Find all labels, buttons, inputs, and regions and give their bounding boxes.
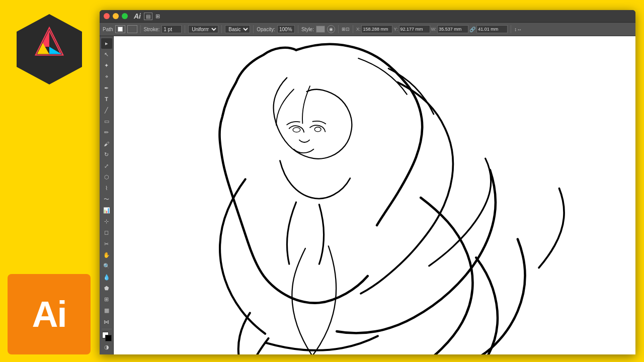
ai-title-icon: Ai	[134, 12, 141, 20]
color-wheel-btn[interactable]: ◉	[327, 25, 335, 33]
w-value-input[interactable]	[437, 25, 468, 33]
sep4	[253, 25, 254, 33]
style-dropdown[interactable]: Basic	[225, 25, 250, 33]
ai-logo-badge: Ai	[8, 274, 91, 354]
y-label: Y:	[393, 27, 397, 32]
lasso-tool[interactable]: ⌖	[101, 71, 112, 82]
sep2	[185, 25, 185, 33]
eyedropper-tool[interactable]: 💧	[101, 272, 112, 283]
svg-point-6	[293, 128, 300, 132]
document-icon: ▤	[144, 13, 152, 20]
grid-icon: ⊞⊡	[342, 27, 350, 32]
ai-logo-text: Ai	[32, 294, 66, 335]
color-mode-btn[interactable]: ◑	[101, 342, 112, 352]
tool-panel: ▸ ↖ ✦ ⌖ ✒ T ╱ ▭ ✏ 🖌 ↻ ⤢ ⬡ ⌇	[100, 36, 114, 354]
sep3	[221, 25, 222, 33]
mesh-tool[interactable]: ⊞	[101, 294, 112, 305]
rotate-tool[interactable]: ↻	[101, 149, 112, 160]
eraser-tool[interactable]: ◻	[101, 227, 112, 238]
scale-tool[interactable]: ⤢	[101, 161, 112, 171]
zoom-tool[interactable]: 🔍	[101, 261, 112, 272]
fill-stroke-indicator[interactable]	[101, 331, 112, 341]
selection-tool[interactable]: ▸	[101, 38, 112, 49]
arrange-icon: ⊞	[155, 13, 160, 20]
main-area: ▸ ↖ ✦ ⌖ ✒ T ╱ ▭ ✏ 🖌 ↻ ⤢ ⬡ ⌇	[100, 36, 635, 354]
opacity-label: Opacity:	[257, 27, 275, 32]
title-bar: Ai ▤ ⊞	[100, 10, 635, 22]
canvas-area	[114, 36, 635, 354]
sep5	[298, 25, 298, 33]
opacity-input[interactable]	[277, 25, 295, 33]
link-icon[interactable]: 🔗	[469, 27, 475, 32]
close-button[interactable]	[104, 13, 110, 19]
style-label: Style:	[301, 27, 314, 32]
hex-shape-svg	[12, 12, 87, 87]
x-value-input[interactable]	[361, 25, 392, 33]
type-tool[interactable]: T	[101, 94, 112, 105]
scissors-tool[interactable]: ✂	[101, 239, 112, 249]
minimize-button[interactable]	[113, 13, 119, 19]
stroke-value-input[interactable]	[162, 25, 182, 33]
artwork-svg	[114, 36, 635, 354]
gradient-tool[interactable]: ▦	[101, 305, 112, 316]
slice-tool[interactable]: ⊹	[101, 216, 112, 227]
pen-tool[interactable]: ✒	[101, 83, 112, 94]
transform-icons: ↕↔	[514, 27, 522, 32]
sep7	[353, 25, 353, 33]
fill-swatch[interactable]	[115, 25, 125, 33]
maximize-button[interactable]	[122, 13, 128, 19]
shear-tool[interactable]: ⬡	[101, 172, 112, 183]
stroke-label: Stroke:	[144, 27, 160, 32]
hex-logo	[8, 8, 91, 90]
live-paint-tool[interactable]: ⬟	[101, 283, 112, 294]
magic-wand-tool[interactable]: ✦	[101, 60, 112, 71]
sep8	[511, 25, 511, 33]
warp-tool[interactable]: 〜	[101, 194, 112, 205]
path-label: Path	[103, 27, 113, 32]
reshape-tool[interactable]: ⌇	[101, 183, 112, 194]
pencil-tool[interactable]: ✏	[101, 127, 112, 138]
stroke-type-dropdown[interactable]: Uniform	[188, 25, 218, 33]
h-value-input[interactable]	[476, 25, 508, 33]
illustrator-window: Ai ▤ ⊞ Path Stroke: Uniform Basic Opacit…	[100, 10, 635, 354]
sep6	[338, 25, 339, 33]
direct-select-tool[interactable]: ↖	[101, 49, 112, 60]
sep1	[140, 25, 141, 33]
line-tool[interactable]: ╱	[101, 105, 112, 116]
coords-group: X: Y: W: 🔗	[356, 25, 508, 33]
y-value-input[interactable]	[399, 25, 430, 33]
x-label: X:	[356, 27, 361, 32]
blend-tool[interactable]: ⋈	[101, 317, 112, 327]
style-swatch	[316, 26, 325, 33]
hand-tool[interactable]: ✋	[101, 250, 112, 260]
paintbrush-tool[interactable]: 🖌	[101, 138, 112, 149]
stroke-swatch[interactable]	[127, 25, 137, 33]
tool-separator	[102, 329, 112, 329]
svg-point-7	[314, 127, 321, 132]
w-label: W:	[431, 27, 437, 32]
rect-tool[interactable]: ▭	[101, 116, 112, 127]
toolbar: Path Stroke: Uniform Basic Opacity: Styl…	[100, 22, 635, 36]
graph-tool[interactable]: 📊	[101, 205, 112, 216]
